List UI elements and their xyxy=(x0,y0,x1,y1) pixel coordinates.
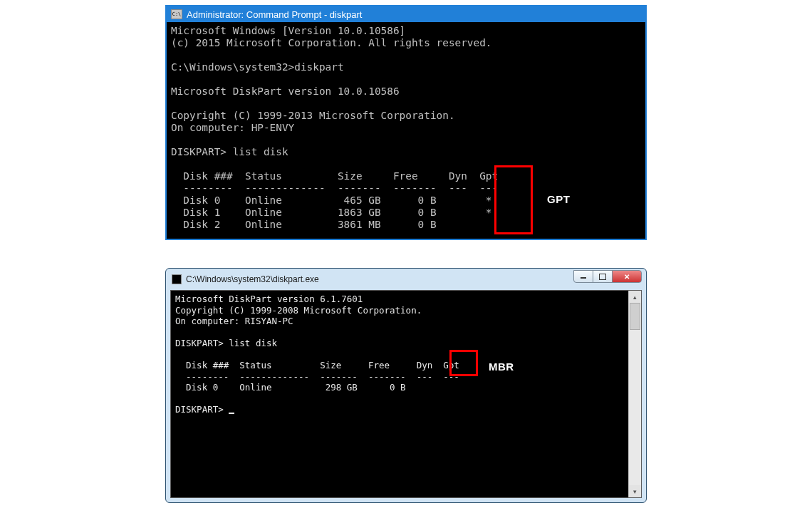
titlebar[interactable]: C:\ Administrator: Command Prompt - disk… xyxy=(167,6,645,22)
scroll-thumb[interactable] xyxy=(630,303,640,330)
scrollbar[interactable]: ▴ ▾ xyxy=(628,291,641,497)
window-controls xyxy=(574,270,642,283)
cmd-window-win7: C:\Windows\system32\diskpart.exe Microso… xyxy=(165,268,647,503)
terminal-output[interactable]: Microsoft DiskPart version 6.1.7601 Copy… xyxy=(171,291,628,497)
terminal-frame: Microsoft DiskPart version 6.1.7601 Copy… xyxy=(170,290,642,498)
scroll-up-icon[interactable]: ▴ xyxy=(629,291,641,303)
window-title: C:\Windows\system32\diskpart.exe xyxy=(186,274,319,284)
gpt-label: GPT xyxy=(547,193,570,205)
window-title: Administrator: Command Prompt - diskpart xyxy=(187,9,362,20)
cmd-icon: C:\ xyxy=(171,9,182,19)
terminal-output[interactable]: Microsoft Windows [Version 10.0.10586] (… xyxy=(167,22,645,239)
minimize-button[interactable] xyxy=(573,270,593,283)
cmd-icon xyxy=(172,274,182,284)
scroll-down-icon[interactable]: ▾ xyxy=(629,485,641,497)
close-button[interactable] xyxy=(612,270,642,283)
cursor xyxy=(229,413,234,414)
mbr-label: MBR xyxy=(489,361,514,373)
cmd-window-win10: C:\ Administrator: Command Prompt - disk… xyxy=(165,5,647,240)
titlebar[interactable]: C:\Windows\system32\diskpart.exe xyxy=(170,273,642,290)
maximize-button[interactable] xyxy=(593,270,613,283)
